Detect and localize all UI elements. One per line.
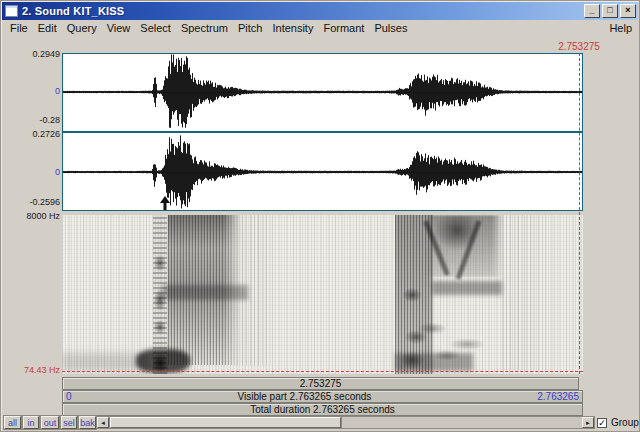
group-checkbox[interactable]: ✓ bbox=[597, 418, 607, 428]
spectrogram-max-freq-label: 8000 Hz bbox=[2, 211, 60, 221]
cursor-time-label: 2.753275 bbox=[558, 41, 600, 52]
spectrogram-texture bbox=[432, 281, 502, 295]
scrollbar-thumb[interactable] bbox=[110, 417, 341, 428]
menu-formant[interactable]: Formant bbox=[318, 21, 369, 35]
window-title: 2. Sound KIT_KISS bbox=[22, 5, 582, 17]
spectrogram-texture bbox=[395, 353, 473, 371]
menu-spectrum[interactable]: Spectrum bbox=[176, 21, 233, 35]
spectrogram-texture bbox=[162, 285, 248, 300]
spectrogram-texture bbox=[502, 215, 562, 370]
zoom-out-button[interactable]: out bbox=[41, 416, 59, 429]
zoom-selection-button[interactable]: sel bbox=[61, 416, 77, 429]
menu-file[interactable]: File bbox=[5, 21, 33, 35]
cursor-bar-label: 2.753275 bbox=[300, 378, 342, 389]
scroll-left-arrow-icon[interactable]: ◄ bbox=[97, 417, 109, 428]
scroll-right-arrow-icon[interactable]: ► bbox=[582, 417, 594, 428]
visible-part-bar[interactable]: 0 Visible part 2.763265 seconds 2.763265 bbox=[62, 390, 583, 403]
close-button[interactable]: × bbox=[620, 4, 636, 18]
group-label: Group bbox=[611, 417, 639, 428]
menu-select[interactable]: Select bbox=[135, 21, 176, 35]
ch1-min-label: -0.28 bbox=[2, 115, 60, 125]
mouse-cursor-icon bbox=[160, 196, 170, 210]
cursor-time-bar[interactable]: 2.753275 bbox=[62, 377, 579, 390]
menu-bar: File Edit Query View Select Spectrum Pit… bbox=[2, 20, 638, 36]
title-bar[interactable]: 2. Sound KIT_KISS _ □ × bbox=[2, 2, 638, 20]
spectrogram-texture bbox=[242, 215, 278, 365]
time-cursor-line bbox=[579, 53, 580, 374]
ch1-max-label: 0.2949 bbox=[2, 49, 60, 59]
zoom-in-button[interactable]: in bbox=[23, 416, 39, 429]
ch2-zero-label: 0 bbox=[2, 167, 60, 177]
menu-query[interactable]: Query bbox=[62, 21, 102, 35]
waveform-trace-ch1 bbox=[63, 54, 582, 131]
zoom-back-button[interactable]: bak bbox=[79, 416, 96, 429]
ch2-min-label: -0.2596 bbox=[2, 197, 60, 207]
maximize-button[interactable]: □ bbox=[602, 4, 618, 18]
menu-intensity[interactable]: Intensity bbox=[267, 21, 318, 35]
spectrogram-texture bbox=[62, 353, 147, 371]
menu-view[interactable]: View bbox=[102, 21, 136, 35]
menu-help[interactable]: Help bbox=[603, 21, 638, 35]
window-end-label: 2.763265 bbox=[537, 391, 579, 402]
spectrogram-panel[interactable] bbox=[62, 215, 583, 374]
freq-cursor-label: 74.43 Hz bbox=[2, 365, 60, 375]
menu-edit[interactable]: Edit bbox=[33, 21, 62, 35]
menu-pitch[interactable]: Pitch bbox=[233, 21, 267, 35]
total-duration-label: Total duration 2.763265 seconds bbox=[250, 404, 395, 415]
ch1-zero-label: 0 bbox=[2, 86, 60, 96]
waveform-panel[interactable] bbox=[62, 53, 583, 211]
spectrogram-texture bbox=[136, 349, 190, 373]
ch2-max-label: 0.2726 bbox=[2, 129, 60, 139]
zoom-all-button[interactable]: all bbox=[4, 416, 21, 429]
time-scrollbar[interactable]: ◄ ► bbox=[96, 416, 595, 429]
menu-pulses[interactable]: Pulses bbox=[369, 21, 412, 35]
editor-workspace: 2.753275 0.2949 0 -0.28 0.2726 0 -0.2596… bbox=[2, 36, 638, 417]
minimize-button[interactable]: _ bbox=[584, 4, 600, 18]
frequency-cursor-line bbox=[62, 371, 583, 372]
control-bar: all in out sel bak ◄ ► ✓ Group bbox=[2, 415, 638, 430]
praat-sound-editor-window: 2. Sound KIT_KISS _ □ × File Edit Query … bbox=[0, 0, 640, 432]
waveform-trace-ch2 bbox=[63, 133, 582, 210]
app-icon bbox=[5, 5, 18, 17]
group-control: ✓ Group bbox=[597, 417, 639, 428]
waveform-channel-1[interactable] bbox=[63, 54, 582, 131]
waveform-channel-2[interactable] bbox=[63, 133, 582, 210]
visible-part-label: Visible part 2.763265 seconds bbox=[72, 391, 538, 402]
